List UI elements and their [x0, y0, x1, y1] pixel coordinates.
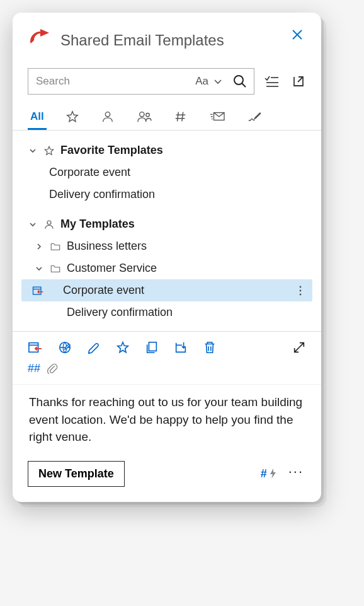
preview-tags: ## [13, 361, 321, 385]
quick-insert-button[interactable]: # [261, 467, 277, 481]
chevron-down-icon [28, 146, 38, 155]
chevron-right-icon [34, 242, 44, 251]
tab-personal[interactable] [100, 105, 116, 130]
tab-all[interactable]: All [29, 105, 45, 129]
chevron-down-icon [28, 220, 38, 229]
svg-point-7 [300, 286, 302, 288]
attachment-icon[interactable] [47, 363, 58, 375]
bolt-icon [268, 468, 277, 479]
header: Shared Email Templates [13, 23, 321, 66]
svg-point-0 [234, 76, 243, 84]
preview-toolbar [13, 332, 321, 361]
svg-point-5 [47, 221, 51, 224]
section-label: My Templates [60, 218, 306, 231]
templates-panel: Shared Email Templates Aa [13, 13, 321, 502]
new-template-button[interactable]: New Template [28, 461, 125, 487]
svg-point-8 [300, 289, 302, 291]
search-icon[interactable] [232, 74, 247, 89]
manage-list-button[interactable] [263, 73, 280, 90]
star-icon [65, 110, 79, 124]
svg-point-2 [139, 112, 144, 117]
svg-point-9 [300, 293, 302, 295]
tab-mail[interactable] [208, 105, 227, 130]
tab-shortcuts[interactable] [173, 105, 189, 130]
svg-rect-12 [149, 342, 156, 351]
folder-customer-service[interactable]: Customer Service [21, 257, 312, 279]
favorite-button[interactable] [116, 341, 130, 354]
insert-template-icon [31, 284, 44, 297]
footer-more-button[interactable]: ··· [286, 463, 306, 484]
tab-signatures[interactable] [246, 105, 263, 130]
template-item[interactable]: Corporate event [21, 161, 312, 184]
section-label: Favorite Templates [60, 144, 306, 157]
folder-business-letters[interactable]: Business letters [21, 235, 312, 257]
folder-icon [49, 263, 62, 274]
import-button[interactable] [174, 341, 188, 354]
templates-tree: Favorite Templates Corporate event Deliv… [13, 131, 321, 327]
template-item[interactable]: Delivery confirmation [21, 301, 312, 323]
delete-button[interactable] [203, 341, 217, 354]
preview-body: Thanks for reaching out to us for your t… [13, 387, 321, 457]
people-icon [136, 110, 152, 124]
filter-tabs: All [13, 101, 321, 131]
app-logo-icon [28, 28, 53, 53]
expand-button[interactable] [292, 341, 306, 354]
search-box: Aa [28, 68, 254, 95]
edit-html-button[interactable] [58, 341, 72, 354]
tab-team[interactable] [135, 105, 154, 130]
tab-favorites[interactable] [64, 105, 81, 130]
close-button[interactable] [288, 26, 306, 44]
insert-button[interactable] [28, 341, 43, 354]
star-icon [43, 145, 55, 156]
svg-point-3 [145, 114, 149, 117]
hash-icon [174, 110, 188, 124]
search-row: Aa [13, 66, 321, 101]
hash-label[interactable]: ## [28, 362, 40, 375]
sign-icon [247, 110, 262, 124]
template-item[interactable]: Delivery confirmation [21, 184, 312, 206]
edit-button[interactable] [87, 341, 101, 354]
app-title: Shared Email Templates [60, 32, 281, 49]
copy-button[interactable] [145, 341, 159, 354]
folder-icon [49, 241, 62, 252]
template-item-selected[interactable]: Corporate event [21, 279, 312, 301]
section-my-templates[interactable]: My Templates [21, 213, 312, 235]
person-icon [43, 219, 55, 230]
case-dropdown-button[interactable] [212, 76, 224, 87]
mail-speed-icon [209, 110, 225, 124]
open-external-button[interactable] [291, 74, 306, 89]
case-toggle-button[interactable]: Aa [195, 75, 208, 88]
search-input[interactable] [35, 74, 195, 88]
section-favorites[interactable]: Favorite Templates [21, 139, 312, 161]
svg-point-1 [105, 112, 110, 117]
footer: New Template # ··· [13, 457, 321, 489]
svg-rect-6 [33, 287, 42, 294]
item-more-button[interactable] [295, 285, 306, 296]
chevron-down-icon [34, 264, 44, 273]
person-icon [101, 110, 115, 124]
